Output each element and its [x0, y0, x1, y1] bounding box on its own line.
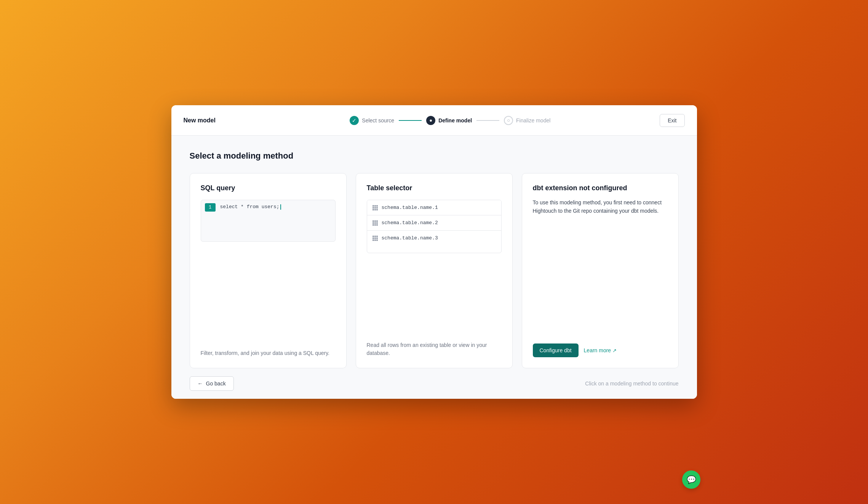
page-title: Select a modeling method — [190, 151, 679, 161]
table-card-title: Table selector — [367, 184, 502, 192]
table-name-3: schema.table.name.3 — [382, 235, 438, 241]
table-row-2: schema.table.name.2 — [367, 215, 501, 231]
sql-code: select * from users; — [220, 203, 281, 210]
table-card-description: Read all rows from an existing table or … — [367, 341, 502, 357]
step-connector-2 — [476, 120, 499, 121]
go-back-label: Go back — [206, 380, 226, 387]
step-define-model-label: Define model — [438, 117, 472, 124]
app-title: New model — [184, 117, 241, 124]
go-back-button[interactable]: ← Go back — [190, 376, 234, 391]
dbt-card-title: dbt extension not configured — [533, 184, 668, 192]
dbt-card-description: To use this modeling method, you first n… — [533, 198, 668, 215]
step-connector-1 — [399, 120, 422, 121]
step-select-source-icon: ✓ — [350, 116, 359, 125]
table-grid-icon-1 — [372, 205, 378, 210]
table-list: schema.table.name.1 schema.table.name.2 — [367, 200, 502, 253]
header: New model ✓ Select source ● Define model — [171, 105, 697, 136]
sql-card-title: SQL query — [201, 184, 336, 192]
sql-query-card[interactable]: SQL query 1 select * from users; Filter,… — [190, 173, 347, 368]
table-row-1: schema.table.name.1 — [367, 200, 501, 215]
table-grid-icon-2 — [372, 220, 378, 226]
sql-line-1: 1 select * from users; — [201, 200, 335, 215]
line-number: 1 — [205, 203, 216, 212]
app-window: New model ✓ Select source ● Define model — [171, 105, 697, 399]
step-select-source: ✓ Select source — [350, 116, 394, 125]
step-finalize-model-icon: ○ — [504, 116, 513, 125]
sql-editor: 1 select * from users; — [201, 200, 336, 242]
exit-button[interactable]: Exit — [660, 114, 684, 127]
chat-button[interactable]: 💬 — [682, 470, 700, 489]
chat-icon: 💬 — [687, 475, 696, 484]
footer-hint: Click on a modeling method to continue — [585, 380, 678, 387]
table-name-2: schema.table.name.2 — [382, 220, 438, 226]
learn-more-link[interactable]: Learn more ↗ — [584, 347, 617, 353]
table-row-3: schema.table.name.3 — [367, 231, 501, 246]
step-finalize-model: ○ Finalize model — [504, 116, 550, 125]
table-grid-icon-3 — [372, 236, 378, 241]
table-name-1: schema.table.name.1 — [382, 205, 438, 210]
cursor — [280, 204, 281, 210]
sql-card-description: Filter, transform, and join your data us… — [201, 349, 336, 357]
main-content: Select a modeling method SQL query 1 sel… — [171, 136, 697, 368]
stepper: ✓ Select source ● Define model ○ Finaliz… — [241, 116, 660, 125]
table-selector-card[interactable]: Table selector schema.table.name.1 — [356, 173, 513, 368]
dbt-card: dbt extension not configured To use this… — [522, 173, 679, 368]
step-define-model: ● Define model — [426, 116, 472, 125]
go-back-arrow-icon: ← — [198, 380, 203, 387]
footer: ← Go back Click on a modeling method to … — [171, 368, 697, 399]
external-link-icon: ↗ — [612, 348, 617, 353]
step-finalize-model-label: Finalize model — [516, 117, 550, 124]
configure-dbt-button[interactable]: Configure dbt — [533, 343, 579, 357]
dbt-actions: Configure dbt Learn more ↗ — [533, 343, 668, 357]
step-define-model-icon: ● — [426, 116, 435, 125]
cards-container: SQL query 1 select * from users; Filter,… — [190, 173, 679, 368]
step-select-source-label: Select source — [362, 117, 394, 124]
